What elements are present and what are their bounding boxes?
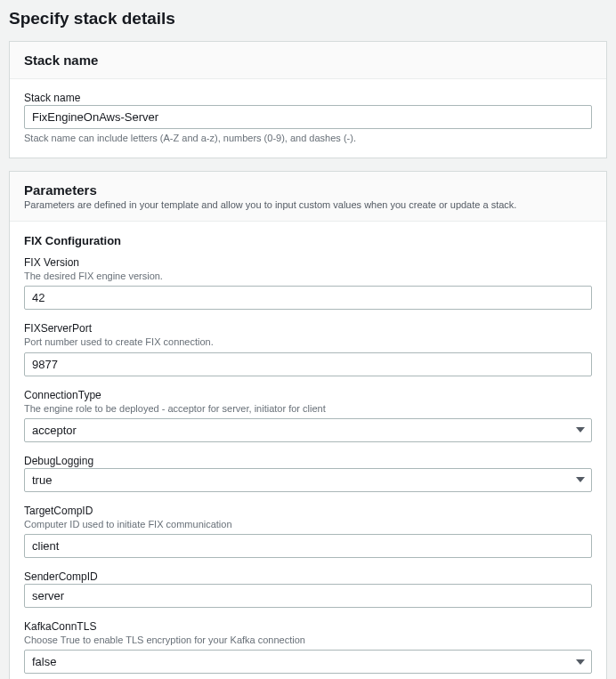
fix-version-label: FIX Version	[24, 256, 592, 269]
stack-name-panel-title: Stack name	[24, 53, 592, 68]
stack-name-panel-body: Stack name Stack name can include letter…	[10, 79, 606, 158]
target-comp-id-field: TargetCompID Computer ID used to initiat…	[24, 505, 592, 558]
fix-version-field: FIX Version The desired FIX engine versi…	[24, 256, 592, 310]
parameters-panel-title: Parameters	[24, 182, 592, 198]
stack-name-input[interactable]	[24, 105, 592, 129]
debug-logging-field: DebugLogging true	[24, 455, 592, 492]
parameters-panel-header: Parameters Parameters are defined in you…	[10, 172, 606, 222]
stack-name-label: Stack name	[24, 92, 592, 104]
fix-version-input[interactable]	[24, 286, 592, 310]
sender-comp-id-field: SenderCompID	[24, 570, 592, 608]
debug-logging-select[interactable]: true	[24, 468, 592, 492]
sender-comp-id-label: SenderCompID	[24, 570, 592, 583]
sender-comp-id-input[interactable]	[24, 584, 592, 608]
stack-name-hint: Stack name can include letters (A-Z and …	[24, 133, 592, 143]
fix-server-port-label: FIXServerPort	[24, 322, 592, 335]
kafka-conn-tls-field: KafkaConnTLS Choose True to enable TLS e…	[24, 620, 592, 674]
target-comp-id-desc: Computer ID used to initiate FIX communi…	[24, 518, 592, 530]
target-comp-id-input[interactable]	[24, 534, 592, 558]
stack-name-panel-header: Stack name	[10, 42, 606, 79]
parameters-panel-subtitle: Parameters are defined in your template …	[24, 199, 592, 210]
parameters-panel-body: FIX Configuration FIX Version The desire…	[10, 222, 606, 679]
parameters-panel: Parameters Parameters are defined in you…	[9, 171, 607, 679]
kafka-conn-tls-select[interactable]: false	[24, 650, 592, 674]
connection-type-label: ConnectionType	[24, 389, 592, 401]
fix-server-port-input[interactable]	[24, 352, 592, 376]
connection-type-field: ConnectionType The engine role to be dep…	[24, 389, 592, 442]
fix-version-desc: The desired FIX engine version.	[24, 270, 592, 282]
stack-name-field: Stack name Stack name can include letter…	[24, 92, 592, 143]
fix-configuration-section-title: FIX Configuration	[24, 234, 592, 247]
kafka-conn-tls-label: KafkaConnTLS	[24, 620, 592, 633]
fix-server-port-field: FIXServerPort Port number used to create…	[24, 322, 592, 376]
page-title: Specify stack details	[9, 9, 607, 28]
fix-server-port-desc: Port number used to create FIX connectio…	[24, 335, 592, 348]
stack-name-panel: Stack name Stack name Stack name can inc…	[9, 41, 607, 158]
kafka-conn-tls-desc: Choose True to enable TLS encryption for…	[24, 634, 592, 646]
connection-type-desc: The engine role to be deployed - accepto…	[24, 402, 592, 415]
debug-logging-label: DebugLogging	[24, 455, 592, 467]
target-comp-id-label: TargetCompID	[24, 505, 592, 517]
connection-type-select[interactable]: acceptor	[24, 418, 592, 442]
